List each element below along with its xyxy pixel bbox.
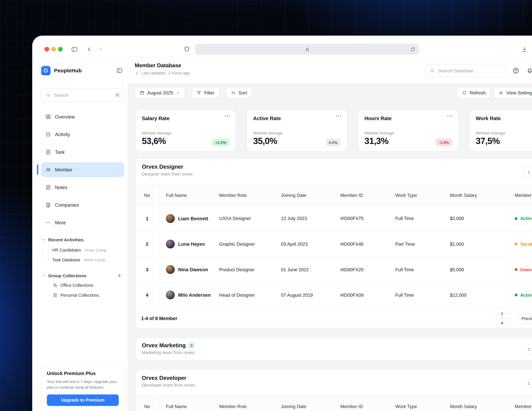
sidebar: PeopleHub ⌘ Overview [32, 57, 128, 411]
expand-section-button[interactable] [524, 344, 532, 354]
stat-card-hours-rate: Hours Rate ⋯ Member Average 31,3% -1.9% [358, 110, 458, 152]
sidebar-search[interactable]: ⌘ [41, 89, 124, 101]
collection-item-personal[interactable]: Personal Collections [41, 290, 124, 300]
card-menu-button[interactable]: ⋯ [224, 112, 231, 119]
page-range-value: 1 - 4 [500, 311, 504, 326]
reload-button[interactable] [410, 46, 416, 52]
database-search[interactable] [425, 64, 507, 77]
stat-delta-badge: -1.9% [436, 139, 452, 146]
table-row[interactable]: 4 Milo Andersen Head of Designer 07 Augu… [136, 282, 532, 307]
table-row[interactable]: 3 Nina Dawson Product Designer 01 June 2… [136, 257, 532, 282]
member-name: Liam Bennett [178, 216, 208, 221]
database-search-input[interactable] [438, 68, 502, 73]
close-window-button[interactable] [44, 47, 49, 52]
group-collections-header[interactable]: Group Collections [41, 272, 124, 279]
gear-icon [499, 90, 504, 95]
sidebar-item-notes[interactable]: Notes [41, 180, 124, 195]
member-id: #ID00FX75 [333, 216, 388, 221]
page-range-select[interactable]: 1 - 4 [496, 313, 512, 324]
column-no: No [136, 185, 159, 205]
help-button[interactable] [512, 66, 521, 75]
recent-item-task-database[interactable]: Task Database Amrix Comp... [41, 255, 124, 265]
member-role: Head of Designer [212, 292, 274, 297]
stat-value: 35,0% [253, 136, 277, 146]
sidebar-item-overview[interactable]: Overview [41, 109, 124, 124]
row-count: 1-4 of 8 Member [141, 315, 177, 321]
collapse-section-button[interactable] [524, 167, 532, 177]
upgrade-premium-button[interactable]: Upgrade to Premium [47, 394, 119, 406]
browser-sidebar-toggle-button[interactable] [70, 45, 78, 53]
filter-button[interactable]: Filter [192, 87, 219, 98]
sidebar-nav: Overview Activity Task Member [41, 109, 124, 230]
add-collection-button[interactable] [117, 273, 122, 278]
sidebar-item-activity[interactable]: Activity [41, 127, 124, 142]
stat-title: Work Rate [476, 115, 532, 121]
nav-label: Member [55, 167, 72, 172]
sidebar-item-more[interactable]: More [41, 215, 124, 230]
table-row[interactable]: 2 Luna Hayes Graphic Designer 03 April 2… [136, 231, 532, 257]
collapse-sidebar-button[interactable] [116, 67, 124, 75]
member-id: #ID00FX46 [333, 241, 388, 247]
minimize-window-button[interactable] [51, 47, 56, 52]
table-row[interactable]: 1 Liam Bennett UX/UI Designer 12 July 20… [136, 206, 532, 231]
premium-title: Unlock Premium Plus [47, 371, 119, 376]
sidebar-search-input[interactable] [54, 93, 112, 98]
back-button[interactable] [85, 45, 93, 53]
status-dot [515, 243, 518, 246]
work-type: Full Time [388, 216, 443, 221]
refresh-label: Refresh [470, 90, 486, 95]
sidebar-item-companies[interactable]: Companies [41, 198, 124, 212]
zoom-window-button[interactable] [58, 47, 63, 52]
active-indicator [37, 165, 38, 175]
section-orvex-marketing: Orvex Marketing 3 Marketing team from or… [135, 338, 532, 361]
member-count-badge: 3 [189, 342, 195, 348]
recent-item-label: HR Candidates [52, 248, 81, 252]
joining-date: 01 June 2022 [274, 267, 333, 272]
recent-item-hr-candidates[interactable]: HR Candidates Orvex Comp... [41, 245, 124, 255]
privacy-shield-icon[interactable] [182, 45, 191, 53]
member-id: #ID00FX09 [333, 292, 388, 297]
downloads-button[interactable] [520, 45, 528, 53]
view-setting-button[interactable]: View Setting [494, 87, 532, 98]
page-header: Member Database Last updated : 2 hours a… [128, 57, 532, 84]
refresh-button[interactable]: Refresh [457, 87, 490, 98]
task-icon [45, 149, 51, 155]
recent-activities-header[interactable]: Recent Activities [41, 236, 124, 243]
stat-avg-label: Member Average [476, 131, 505, 135]
tree-line [48, 250, 51, 250]
collection-label: Office Collections [60, 283, 93, 288]
column-full-name: Full Name [159, 185, 212, 205]
status-dot [515, 294, 518, 296]
collection-item-office[interactable]: Office Collections [41, 280, 124, 290]
member-name: Nina Dawson [178, 267, 208, 272]
previous-page-button[interactable]: Previous [517, 313, 532, 324]
collapse-section-button[interactable] [524, 378, 532, 388]
avatar [166, 240, 175, 249]
sort-label: Sort [238, 90, 247, 95]
section-title: Orvex Developer [142, 375, 186, 381]
card-menu-button[interactable]: ⋯ [335, 112, 342, 119]
nav-label: More [55, 220, 66, 225]
sort-button[interactable]: Sort [226, 87, 252, 98]
stat-value: 37,5% [476, 136, 500, 146]
ellipsis-icon [45, 220, 51, 226]
premium-upsell-card: Unlock Premium Plus Your trial will end … [41, 365, 124, 411]
month-salary: $5,000 [443, 267, 508, 272]
joining-date: 03 April 2023 [274, 241, 333, 247]
column-member-role: Member Role [212, 396, 274, 411]
forward-button[interactable] [96, 45, 104, 53]
avatar [166, 291, 175, 299]
brand-name: PeopleHub [54, 67, 82, 74]
card-menu-button[interactable]: ⋯ [447, 112, 453, 119]
address-bar[interactable] [195, 44, 419, 55]
sidebar-item-member[interactable]: Member [41, 162, 124, 177]
refresh-icon [462, 90, 467, 95]
column-member-status: Member Status [508, 185, 532, 205]
notifications-bell-button[interactable] [526, 66, 532, 75]
desktop-background: PeopleHub ⌘ Overview [0, 0, 532, 411]
date-range-button[interactable]: August 2025 [135, 87, 185, 98]
tree-line [48, 246, 48, 259]
sidebar-item-task[interactable]: Task [41, 144, 124, 160]
row-number: 3 [136, 257, 159, 282]
column-joining-date: Joining Date [274, 185, 333, 205]
